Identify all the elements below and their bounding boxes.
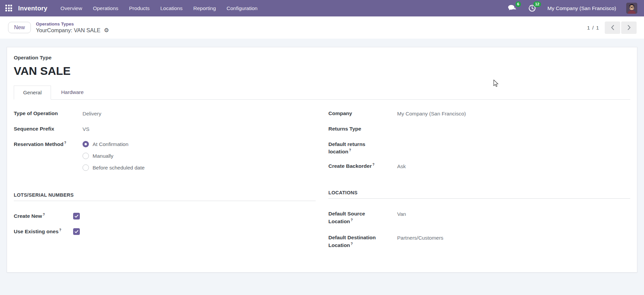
chat-bubbles-icon	[508, 4, 517, 12]
settings-gear-icon[interactable]: ⚙	[104, 28, 109, 33]
field-label: Sequence Prefix	[14, 125, 83, 133]
notebook-tabs: General Hardware	[14, 86, 630, 100]
form-grid: Type of Operation Delivery Sequence Pref…	[14, 110, 630, 258]
pager-next-button[interactable]	[621, 21, 637, 34]
radio-before-scheduled-date[interactable]: Before scheduled date	[83, 164, 145, 171]
chevron-left-icon	[611, 24, 614, 31]
create-backorder-value[interactable]: Ask	[397, 162, 406, 170]
section-title: LOTS/SERIAL NUMBERS	[14, 192, 316, 201]
create-new-checkbox[interactable]	[73, 213, 80, 219]
menu-reporting[interactable]: Reporting	[189, 3, 220, 14]
help-icon[interactable]: ?	[372, 163, 374, 166]
default-destination-location-value[interactable]: Partners/Customers	[397, 234, 443, 242]
radio-label: Manually	[93, 153, 113, 159]
field-label: Default Source Location?	[328, 210, 397, 225]
checkmark-icon	[74, 214, 78, 218]
content-area: Operation Type VAN SALE General Hardware…	[0, 39, 644, 295]
messages-icon[interactable]: 6	[507, 4, 517, 13]
operation-type-name-field[interactable]: VAN SALE	[14, 64, 630, 78]
field-default-source-location: Default Source Location? Van	[328, 210, 630, 225]
form-column-right: Company My Company (San Francisco) Retur…	[328, 110, 630, 258]
menu-configuration[interactable]: Configuration	[222, 3, 262, 14]
menu-overview[interactable]: Overview	[56, 3, 87, 14]
sequence-prefix-input[interactable]: VS	[83, 125, 90, 133]
help-icon[interactable]: ?	[351, 218, 353, 222]
field-label: Company	[328, 110, 397, 117]
tab-general[interactable]: General	[14, 86, 51, 100]
field-label: Reservation Method?	[14, 141, 83, 148]
avatar-image	[626, 3, 637, 14]
field-label: Default returns location?	[328, 141, 397, 156]
breadcrumb: Operations Types YourCompany: VAN SALE ⚙	[36, 21, 109, 34]
field-sequence-prefix: Sequence Prefix VS	[14, 125, 316, 134]
type-of-operation-value[interactable]: Delivery	[83, 110, 101, 117]
tab-hardware[interactable]: Hardware	[51, 86, 94, 99]
radio-at-confirmation[interactable]: At Confirmation	[83, 141, 145, 147]
checkmark-icon	[74, 230, 78, 233]
operation-type-title-label: Operation Type	[14, 55, 630, 61]
record-pager: 1 / 1	[587, 21, 637, 34]
control-panel: New Operations Types YourCompany: VAN SA…	[0, 16, 644, 39]
chevron-right-icon	[627, 24, 631, 31]
field-returns-type: Returns Type	[328, 125, 630, 134]
company-switcher[interactable]: My Company (San Francisco)	[547, 5, 616, 11]
activities-icon[interactable]: 12	[527, 4, 537, 13]
app-name[interactable]: Inventory	[18, 5, 47, 12]
field-label: Create New?	[14, 212, 73, 220]
top-navbar: Inventory Overview Operations Products L…	[0, 0, 644, 16]
menu-products[interactable]: Products	[125, 3, 154, 14]
radio-label: At Confirmation	[93, 141, 128, 147]
breadcrumb-current: YourCompany: VAN SALE	[36, 27, 101, 34]
use-existing-checkbox[interactable]	[73, 228, 80, 235]
default-source-location-value[interactable]: Van	[397, 210, 406, 218]
pager-count: 1 / 1	[587, 25, 599, 31]
field-use-existing-ones: Use Existing ones?	[14, 228, 316, 237]
company-value[interactable]: My Company (San Francisco)	[397, 110, 466, 117]
help-icon[interactable]: ?	[64, 141, 66, 145]
help-icon[interactable]: ?	[349, 148, 351, 152]
section-title: LOCATIONS	[328, 190, 630, 199]
field-label: Use Existing ones?	[14, 228, 73, 236]
radio-manually[interactable]: Manually	[83, 153, 145, 159]
help-icon[interactable]: ?	[351, 242, 353, 246]
radio-label: Before scheduled date	[93, 165, 145, 171]
user-avatar[interactable]	[626, 3, 637, 14]
new-button[interactable]: New	[8, 22, 31, 33]
form-column-left: Type of Operation Delivery Sequence Pref…	[14, 110, 316, 258]
main-menu: Overview Operations Products Locations R…	[56, 3, 262, 14]
reservation-method-radio-group: At Confirmation Manually Before schedule…	[83, 141, 145, 171]
field-label: Returns Type	[328, 125, 397, 133]
form-sheet: Operation Type VAN SALE General Hardware…	[7, 47, 637, 273]
help-icon[interactable]: ?	[59, 228, 61, 232]
help-icon[interactable]: ?	[43, 213, 45, 216]
radio-button-icon[interactable]	[83, 164, 89, 171]
field-reservation-method: Reservation Method? At Confirmation Manu…	[14, 141, 316, 174]
radio-button-icon[interactable]	[83, 141, 89, 147]
field-company: Company My Company (San Francisco)	[328, 110, 630, 118]
messages-badge: 6	[516, 1, 521, 7]
section-lots-serial-numbers: LOTS/SERIAL NUMBERS Create New? Use Exi	[14, 192, 316, 237]
menu-locations[interactable]: Locations	[156, 3, 187, 14]
field-create-backorder: Create Backorder? Ask	[328, 162, 630, 171]
menu-operations[interactable]: Operations	[89, 3, 123, 14]
field-label: Create Backorder?	[328, 162, 397, 170]
field-type-of-operation: Type of Operation Delivery	[14, 110, 316, 118]
activities-badge: 12	[533, 1, 541, 7]
section-locations: LOCATIONS Default Source Location? Van D…	[328, 190, 630, 249]
field-label: Default Destination Location?	[328, 234, 397, 249]
field-label: Type of Operation	[14, 110, 83, 117]
apps-grid-icon[interactable]	[5, 5, 12, 12]
radio-button-icon[interactable]	[83, 153, 89, 159]
field-default-destination-location: Default Destination Location? Partners/C…	[328, 234, 630, 249]
pager-previous-button[interactable]	[605, 21, 620, 34]
field-create-new: Create New?	[14, 212, 316, 221]
field-default-returns-location: Default returns location?	[328, 141, 630, 156]
breadcrumb-parent-link[interactable]: Operations Types	[36, 21, 109, 27]
